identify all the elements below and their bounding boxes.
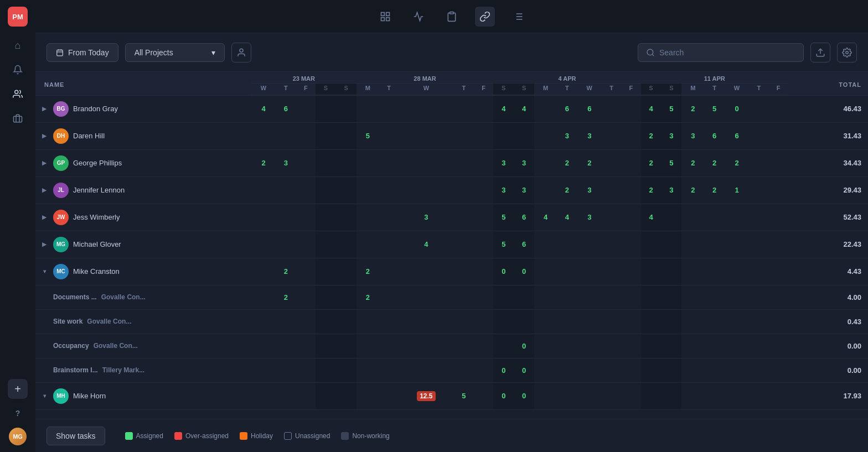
grid-cell (557, 285, 577, 309)
expand-button[interactable]: ▶ (40, 240, 49, 249)
sidebar-item-people[interactable] (8, 84, 28, 104)
grid-cell: 6 (557, 95, 577, 122)
legend-over-assigned: Over-assigned (174, 432, 229, 440)
grid-cell (336, 358, 356, 382)
sidebar-item-add[interactable]: + (8, 379, 28, 399)
export-button[interactable] (810, 43, 830, 63)
settings-button[interactable] (837, 43, 857, 63)
grid-cell (453, 231, 474, 258)
expand-button[interactable]: ▾ (40, 267, 49, 276)
filter-icon[interactable] (508, 7, 528, 27)
day-t1: T (276, 84, 296, 96)
grid-cell (534, 309, 557, 334)
clipboard-icon[interactable] (442, 7, 462, 27)
grid-cell (602, 309, 621, 334)
grid-cell (336, 204, 356, 231)
grid-cell (768, 258, 788, 285)
grid-cell (704, 231, 725, 258)
person-filter-icon[interactable] (231, 43, 251, 63)
grid-cell (534, 334, 557, 358)
legend-dot-non-working (341, 432, 349, 440)
grid-cell (399, 95, 453, 122)
activity-icon[interactable] (409, 7, 428, 27)
expand-button[interactable]: ▶ (40, 159, 49, 168)
svg-rect-2 (381, 12, 385, 15)
grid-cell (296, 176, 316, 204)
grid-cell (399, 176, 453, 204)
grid-cell (641, 285, 662, 309)
link-icon[interactable] (475, 7, 495, 27)
expand-button[interactable]: ▶ (40, 132, 49, 141)
expand-button[interactable]: ▶ (40, 213, 49, 222)
sidebar-item-projects[interactable] (8, 108, 28, 128)
from-today-button[interactable]: From Today (46, 43, 118, 62)
grid-cell (749, 176, 768, 204)
day-s2: S (336, 84, 356, 96)
grid-cell (768, 176, 788, 204)
grid-cell: 12.5 (399, 382, 453, 409)
grid-cell (621, 309, 640, 334)
grid-cell (296, 258, 316, 285)
grid-cell: 6 (577, 95, 602, 122)
grid-cell (379, 204, 399, 231)
grid-cell (602, 122, 621, 149)
grid-cell (379, 358, 399, 382)
grid-cell (316, 204, 336, 231)
svg-rect-5 (386, 17, 390, 20)
expand-button[interactable]: ▶ (40, 186, 49, 195)
sidebar-bottom: + ? MG (8, 379, 28, 445)
grid-cell (251, 334, 276, 358)
person-name: Mike Cranston (73, 267, 120, 276)
grid-cell: 0 (514, 358, 534, 382)
total-cell: 22.43 (788, 231, 868, 258)
sidebar-item-help[interactable]: ? (8, 403, 28, 423)
grid-cell (661, 334, 681, 358)
projects-dropdown[interactable]: All Projects ▾ (125, 43, 225, 62)
grid-cell: 2 (681, 176, 704, 204)
day-s5: S (641, 84, 662, 96)
app-logo: PM (8, 7, 28, 27)
grid-cell (356, 231, 379, 258)
projects-dropdown-label: All Projects (135, 48, 173, 57)
expand-button[interactable]: ▾ (40, 392, 49, 401)
person-avatar: BG (53, 101, 69, 117)
grid-cell (557, 358, 577, 382)
search-input[interactable] (659, 48, 795, 57)
grid-cell: 2 (641, 149, 662, 176)
grid-cell: 3 (557, 122, 577, 149)
grid-cell (276, 382, 296, 409)
grid-cell (453, 122, 474, 149)
grid-cell (768, 358, 788, 382)
grid-cell (749, 285, 768, 309)
grid-cell (681, 309, 704, 334)
day-s1: S (316, 84, 336, 96)
grid-cell: 3 (577, 204, 602, 231)
grid-cell (725, 204, 749, 231)
grid-cell: 2 (704, 149, 725, 176)
svg-rect-6 (450, 12, 454, 13)
sidebar-item-notifications[interactable] (8, 60, 28, 80)
person-row: ▶ JL Jennifer Lennon 33232322129.43 (35, 176, 868, 204)
grid-cell (681, 285, 704, 309)
name-cell: ▶ MG Michael Glover (35, 231, 251, 258)
scan-icon[interactable] (375, 7, 395, 27)
chevron-down-icon: ▾ (211, 48, 215, 57)
grid-cell (749, 95, 768, 122)
total-cell: 52.43 (788, 204, 868, 231)
expand-button[interactable]: ▶ (40, 105, 49, 113)
grid-cell (641, 334, 662, 358)
grid-cell (768, 204, 788, 231)
sidebar-item-home[interactable]: ⌂ (8, 35, 28, 55)
subtask-project: Govalle Con... (94, 342, 138, 350)
search-box[interactable] (638, 43, 804, 62)
grid-cell (453, 334, 474, 358)
user-avatar[interactable]: MG (9, 428, 27, 445)
day-w3: W (577, 84, 602, 96)
grid-cell (621, 334, 640, 358)
grid-cell (749, 309, 768, 334)
grid-cell (316, 358, 336, 382)
grid-cell: 6 (276, 95, 296, 122)
total-cell: 4.43 (788, 258, 868, 285)
grid-cell (356, 204, 379, 231)
show-tasks-button[interactable]: Show tasks (46, 427, 105, 445)
